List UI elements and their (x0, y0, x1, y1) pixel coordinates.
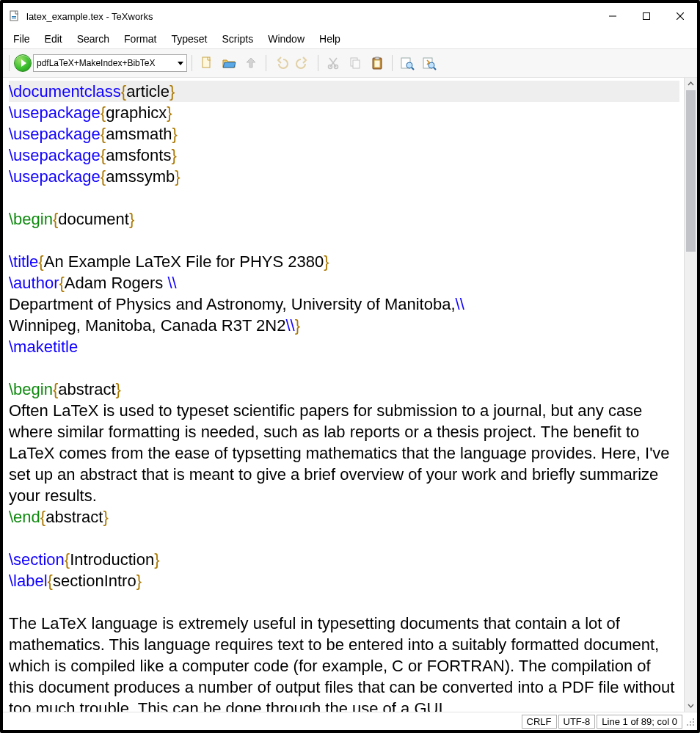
editor-area: \documentclass{article}\usepackage{graph… (3, 78, 697, 712)
code-line[interactable]: \section{Introduction} (9, 549, 679, 570)
svg-point-18 (406, 62, 412, 68)
app-window: latex_example.tex - TeXworks FileEditSea… (0, 0, 700, 733)
vertical-scrollbar[interactable] (684, 78, 697, 712)
status-line-ending[interactable]: CRLF (522, 715, 557, 729)
code-line[interactable] (9, 528, 679, 549)
code-line[interactable]: \begin{document} (9, 208, 679, 230)
chevron-down-icon (178, 62, 183, 65)
code-line[interactable] (9, 591, 679, 613)
engine-select-value: pdfLaTeX+MakeIndex+BibTeX (37, 58, 155, 68)
titlebar[interactable]: latex_example.tex - TeXworks (3, 3, 697, 29)
code-line[interactable]: Winnipeg, Manitoba, Canada R3T 2N2\\} (9, 315, 679, 336)
code-line[interactable]: \usepackage{graphicx} (9, 102, 679, 123)
svg-point-21 (429, 62, 434, 68)
svg-line-22 (434, 68, 436, 70)
find-button[interactable] (397, 53, 418, 73)
app-icon (9, 10, 21, 22)
undo-button[interactable] (271, 53, 291, 73)
menu-scripts[interactable]: Scripts (214, 31, 260, 47)
cut-button[interactable] (323, 53, 343, 73)
toolbar: pdfLaTeX+MakeIndex+BibTeX (3, 48, 697, 78)
typeset-button[interactable] (14, 54, 32, 72)
code-line[interactable]: \maketitle (9, 336, 679, 357)
svg-rect-0 (10, 11, 18, 21)
svg-rect-7 (203, 57, 210, 68)
svg-rect-4 (644, 13, 650, 20)
code-line[interactable]: \usepackage{amsmath} (9, 123, 679, 145)
new-file-button[interactable] (197, 53, 217, 73)
window-title: latex_example.tex - TeXworks (26, 11, 153, 22)
resize-grip[interactable] (684, 715, 696, 727)
menu-typeset[interactable]: Typeset (164, 31, 214, 47)
scroll-down-button[interactable] (685, 699, 697, 712)
engine-select[interactable]: pdfLaTeX+MakeIndex+BibTeX (33, 54, 187, 72)
svg-rect-1 (12, 16, 16, 17)
code-line[interactable]: \author{Adam Rogers \\ (9, 272, 679, 293)
menu-format[interactable]: Format (117, 31, 164, 47)
svg-line-19 (412, 68, 414, 70)
save-file-button[interactable] (241, 53, 261, 73)
code-line[interactable]: Department of Physics and Astronomy, Uni… (9, 293, 679, 315)
code-line[interactable] (9, 230, 679, 251)
code-line[interactable] (9, 187, 679, 208)
code-line[interactable]: \label{sectionIntro} (9, 570, 679, 591)
code-line[interactable]: \end{abstract} (9, 506, 679, 528)
maximize-button[interactable] (630, 5, 663, 27)
status-encoding[interactable]: UTF-8 (558, 715, 596, 729)
svg-rect-16 (374, 60, 380, 68)
menu-window[interactable]: Window (260, 31, 312, 47)
svg-rect-13 (353, 60, 360, 68)
code-line[interactable]: \documentclass{article} (9, 81, 679, 102)
code-line[interactable]: Often LaTeX is used to typeset scientifi… (9, 400, 679, 506)
code-line[interactable] (9, 357, 679, 379)
menu-edit[interactable]: Edit (37, 31, 70, 47)
close-button[interactable] (663, 5, 697, 27)
code-line[interactable]: The LaTeX language is extremely useful i… (9, 613, 679, 712)
menu-help[interactable]: Help (312, 31, 348, 47)
code-editor[interactable]: \documentclass{article}\usepackage{graph… (3, 78, 684, 712)
scroll-up-button[interactable] (685, 78, 697, 90)
scroll-thumb[interactable] (686, 90, 696, 252)
statusbar: CRLF UTF-8 Line 1 of 89; col 0 (3, 712, 697, 730)
minimize-button[interactable] (596, 5, 630, 27)
open-file-button[interactable] (219, 53, 239, 73)
code-line[interactable]: \begin{abstract} (9, 379, 679, 400)
redo-button[interactable] (293, 53, 313, 73)
code-line[interactable]: \usepackage{amssymb} (9, 166, 679, 187)
code-line[interactable]: \usepackage{amsfonts} (9, 145, 679, 166)
code-line[interactable]: \title{An Example LaTeX File for PHYS 23… (9, 251, 679, 272)
menubar: FileEditSearchFormatTypesetScriptsWindow… (3, 29, 697, 48)
menu-search[interactable]: Search (70, 31, 117, 47)
menu-file[interactable]: File (6, 31, 37, 47)
svg-rect-15 (375, 57, 379, 59)
status-cursor-position[interactable]: Line 1 of 89; col 0 (597, 715, 682, 729)
svg-rect-2 (12, 18, 16, 18)
paste-button[interactable] (367, 53, 387, 73)
replace-button[interactable] (419, 53, 440, 73)
copy-button[interactable] (345, 53, 365, 73)
